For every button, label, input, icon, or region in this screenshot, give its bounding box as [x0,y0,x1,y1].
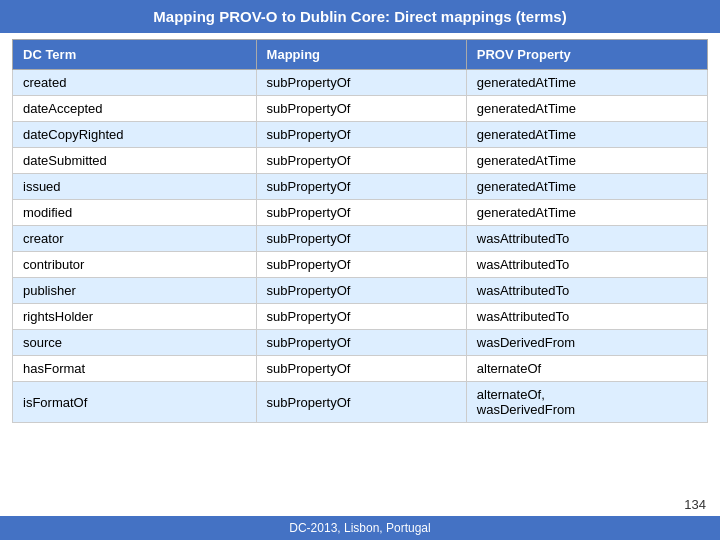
col-header-prov: PROV Property [466,40,707,70]
table-row: issuedsubPropertyOfgeneratedAtTime [13,174,708,200]
cell-7-0: contributor [13,252,257,278]
cell-4-1: subPropertyOf [256,174,466,200]
cell-2-0: dateCopyRighted [13,122,257,148]
cell-5-0: modified [13,200,257,226]
table-row: contributorsubPropertyOfwasAttributedTo [13,252,708,278]
title-bar: Mapping PROV-O to Dublin Core: Direct ma… [0,0,720,33]
cell-0-2: generatedAtTime [466,70,707,96]
cell-1-2: generatedAtTime [466,96,707,122]
cell-4-0: issued [13,174,257,200]
cell-9-1: subPropertyOf [256,304,466,330]
cell-8-0: publisher [13,278,257,304]
cell-5-2: generatedAtTime [466,200,707,226]
cell-8-2: wasAttributedTo [466,278,707,304]
table-row: publishersubPropertyOfwasAttributedTo [13,278,708,304]
table-row: dateSubmittedsubPropertyOfgeneratedAtTim… [13,148,708,174]
cell-6-1: subPropertyOf [256,226,466,252]
cell-0-0: created [13,70,257,96]
cell-12-0: isFormatOf [13,382,257,423]
cell-1-1: subPropertyOf [256,96,466,122]
cell-12-1: subPropertyOf [256,382,466,423]
page-number: 134 [684,497,706,512]
footer-bar: DC-2013, Lisbon, Portugal [0,516,720,540]
cell-12-2: alternateOf, wasDerivedFrom [466,382,707,423]
table-row: sourcesubPropertyOfwasDerivedFrom [13,330,708,356]
cell-4-2: generatedAtTime [466,174,707,200]
table-row: dateCopyRightedsubPropertyOfgeneratedAtT… [13,122,708,148]
table-container: DC Term Mapping PROV Property createdsub… [0,33,720,427]
table-row: createdsubPropertyOfgeneratedAtTime [13,70,708,96]
cell-3-0: dateSubmitted [13,148,257,174]
footer-text: DC-2013, Lisbon, Portugal [289,521,430,535]
table-row: dateAcceptedsubPropertyOfgeneratedAtTime [13,96,708,122]
cell-7-2: wasAttributedTo [466,252,707,278]
cell-11-1: subPropertyOf [256,356,466,382]
cell-6-2: wasAttributedTo [466,226,707,252]
table-header-row: DC Term Mapping PROV Property [13,40,708,70]
cell-9-2: wasAttributedTo [466,304,707,330]
cell-9-0: rightsHolder [13,304,257,330]
cell-10-2: wasDerivedFrom [466,330,707,356]
table-row: modifiedsubPropertyOfgeneratedAtTime [13,200,708,226]
table-row: rightsHoldersubPropertyOfwasAttributedTo [13,304,708,330]
cell-5-1: subPropertyOf [256,200,466,226]
cell-11-2: alternateOf [466,356,707,382]
cell-3-1: subPropertyOf [256,148,466,174]
cell-10-0: source [13,330,257,356]
cell-8-1: subPropertyOf [256,278,466,304]
cell-3-2: generatedAtTime [466,148,707,174]
col-header-term: DC Term [13,40,257,70]
cell-7-1: subPropertyOf [256,252,466,278]
page-title: Mapping PROV-O to Dublin Core: Direct ma… [153,8,566,25]
cell-11-0: hasFormat [13,356,257,382]
cell-10-1: subPropertyOf [256,330,466,356]
cell-6-0: creator [13,226,257,252]
table-row: isFormatOfsubPropertyOfalternateOf, wasD… [13,382,708,423]
col-header-mapping: Mapping [256,40,466,70]
cell-0-1: subPropertyOf [256,70,466,96]
cell-1-0: dateAccepted [13,96,257,122]
cell-2-1: subPropertyOf [256,122,466,148]
mapping-table: DC Term Mapping PROV Property createdsub… [12,39,708,423]
cell-2-2: generatedAtTime [466,122,707,148]
table-row: creatorsubPropertyOfwasAttributedTo [13,226,708,252]
table-row: hasFormatsubPropertyOfalternateOf [13,356,708,382]
